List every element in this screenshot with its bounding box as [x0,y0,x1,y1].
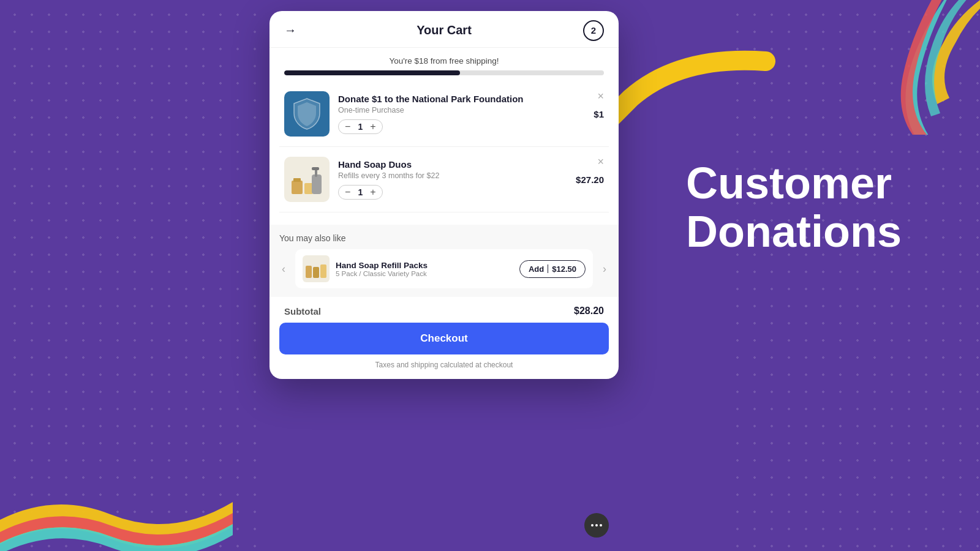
item-info-donation: Donate $1 to the National Park Foundatio… [338,94,585,134]
suggestion-card: Hand Soap Refill Packs 5 Pack / Classic … [295,249,593,288]
subtotal-row: Subtotal $28.20 [270,297,619,323]
cart-item-donation: Donate $1 to the National Park Foundatio… [279,81,609,147]
qty-increase-donation[interactable]: + [370,122,375,132]
item-subtitle-donation: One-time Purchase [338,106,585,114]
also-like-section: You may also like ‹ Hand Soap Refill Pac… [270,225,619,297]
shipping-progress-section: You're $18 from free shipping! [270,48,619,81]
fab-dots-button[interactable] [584,513,609,538]
suggestion-next[interactable]: › [600,260,609,278]
shipping-progress-track [284,70,604,75]
item-subtitle-soap-duos: Refills every 3 months for $22 [338,171,567,180]
qty-value-soap-duos: 1 [356,187,364,197]
promo-heading: Customer Donations [686,159,943,256]
checkout-button[interactable]: Checkout [279,323,609,354]
svg-rect-1 [292,181,303,194]
cart-modal: → Your Cart 2 You're $18 from free shipp… [270,11,619,379]
item-price-soap-duos: $27.20 [576,174,604,185]
also-like-title: You may also like [279,233,609,243]
qty-control-soap-duos: − 1 + [338,185,383,200]
spacer [270,212,619,225]
item-image-donation [284,91,330,137]
add-label: Add [529,264,544,274]
add-suggestion-button[interactable]: Add $12.50 [519,260,586,278]
cart-header: → Your Cart 2 [270,11,619,48]
qty-value-donation: 1 [356,122,364,132]
ribbon-bottom-left [0,367,233,551]
svg-rect-9 [320,264,326,278]
qty-decrease-donation[interactable]: − [345,122,350,132]
suggestion-name: Hand Soap Refill Packs [336,261,513,270]
shipping-progress-fill [284,70,460,75]
subtotal-label: Subtotal [284,306,321,317]
fab-dot-3 [600,524,602,527]
remove-item-soap-duos[interactable]: × [597,156,604,168]
suggestion-variant: 5 Pack / Classic Variety Pack [336,270,513,277]
taxes-text: Taxes and shipping calculated at checkou… [270,361,619,379]
svg-rect-6 [312,167,319,170]
cart-items-list: Donate $1 to the National Park Foundatio… [270,81,619,212]
suggestion-image [303,255,330,282]
back-icon[interactable]: → [284,23,296,37]
cart-title: Your Cart [417,23,472,37]
svg-rect-8 [313,267,319,278]
item-name-soap-duos: Hand Soap Duos [338,159,567,170]
fab-dot-2 [595,524,598,527]
suggestion-prev[interactable]: ‹ [279,260,288,278]
qty-decrease-soap-duos[interactable]: − [345,187,350,197]
item-name-donation: Donate $1 to the National Park Foundatio… [338,94,585,104]
subtotal-value: $28.20 [574,305,604,317]
qty-control-donation: − 1 + [338,119,383,134]
cart-count-badge: 2 [583,20,604,41]
remove-item-donation[interactable]: × [597,90,604,103]
fab-dot-1 [591,524,594,527]
item-info-soap-duos: Hand Soap Duos Refills every 3 months fo… [338,159,567,200]
suggestion-row: ‹ Hand Soap Refill Packs 5 Pack / Classi… [279,249,609,288]
svg-rect-3 [304,183,313,194]
svg-rect-7 [306,266,312,278]
cart-item-soap-duos: Hand Soap Duos Refills every 3 months fo… [279,147,609,212]
item-image-soap-duos [284,157,330,202]
add-btn-divider [548,264,548,273]
svg-rect-4 [312,174,322,194]
shipping-message: You're $18 from free shipping! [284,56,604,66]
qty-increase-soap-duos[interactable]: + [370,187,375,197]
svg-rect-2 [293,178,301,182]
suggestion-info: Hand Soap Refill Packs 5 Pack / Classic … [336,261,513,277]
suggestion-price: $12.50 [552,264,576,274]
item-price-donation: $1 [594,109,604,119]
ribbon-top-right [809,0,980,135]
